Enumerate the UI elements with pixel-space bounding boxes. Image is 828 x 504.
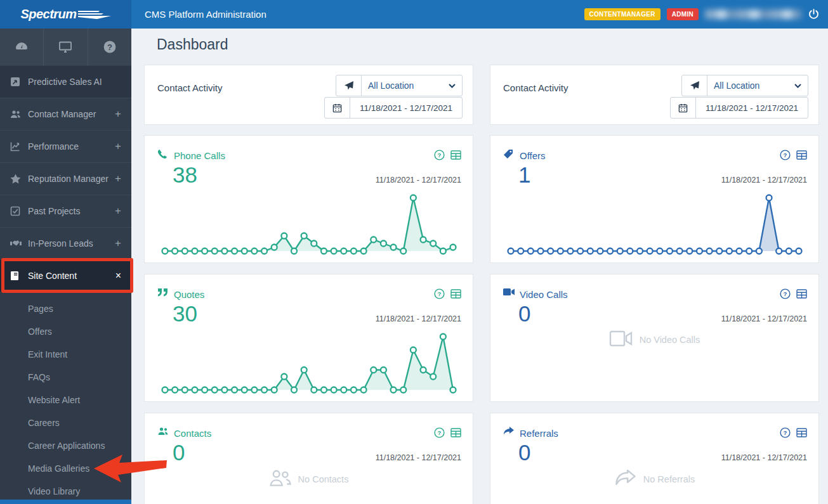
card-title: Offers bbox=[520, 150, 546, 161]
submenu-item-pages[interactable]: Pages bbox=[0, 297, 131, 320]
date-range-picker[interactable]: 11/18/2021 - 12/17/2021 bbox=[670, 97, 808, 119]
card-value: 0 bbox=[518, 441, 530, 463]
expand-plus-icon[interactable]: + bbox=[115, 172, 121, 185]
date-range-value: 11/18/2021 - 12/17/2021 bbox=[696, 98, 808, 118]
panel-title: Contact Activity bbox=[503, 82, 568, 93]
card-date-range: 11/18/2021 - 12/17/2021 bbox=[376, 314, 461, 323]
quotes-card: Quotes ? 30 11/18/2021 - 12/17/2021 bbox=[144, 274, 473, 402]
phone-calls-sparkline bbox=[160, 191, 458, 259]
card-table-icon[interactable] bbox=[450, 150, 461, 160]
contact-activity-panel-right: Contact Activity All Location 11/18/2021… bbox=[490, 65, 819, 125]
quotes-sparkline bbox=[160, 330, 458, 397]
card-table-icon[interactable] bbox=[450, 428, 461, 437]
submenu-item-offers[interactable]: Offers bbox=[0, 320, 131, 343]
sidebar-desktop-icon[interactable] bbox=[44, 29, 88, 65]
contact-activity-panel-left: Contact Activity All Location 11/18/2021… bbox=[144, 65, 473, 125]
expand-plus-icon[interactable]: + bbox=[115, 237, 121, 250]
chart-area-arrow-icon bbox=[10, 77, 28, 87]
referral-share-icon bbox=[503, 427, 514, 436]
sidebar-item-in-person-leads[interactable]: In-Person Leads + bbox=[0, 227, 131, 259]
card-title: Video Calls bbox=[520, 289, 568, 300]
location-selector[interactable]: All Location bbox=[681, 75, 808, 96]
card-help-icon[interactable]: ? bbox=[780, 427, 791, 438]
sidebar-item-label: Site Content bbox=[28, 271, 115, 281]
submenu-item-website-alert[interactable]: Website Alert bbox=[0, 389, 131, 411]
card-table-icon[interactable] bbox=[796, 150, 807, 160]
expand-plus-icon[interactable]: + bbox=[115, 205, 121, 217]
role-badge-contentmanager: CONTENTMANAGER bbox=[584, 8, 660, 20]
spectrum-logo: Spectrum bbox=[0, 0, 131, 29]
card-date-range: 11/18/2021 - 12/17/2021 bbox=[721, 314, 807, 323]
card-table-icon[interactable] bbox=[450, 289, 461, 299]
empty-state-text: No Contacts bbox=[298, 474, 349, 484]
sidebar-item-label: Performance bbox=[28, 141, 115, 152]
sidebar: ? Predictive Sales AI Contact Manager + … bbox=[0, 29, 131, 504]
svg-text:?: ? bbox=[438, 429, 442, 436]
line-chart-icon bbox=[10, 141, 28, 152]
role-badge-admin: ADMIN bbox=[667, 8, 699, 20]
sidebar-item-label: Past Projects bbox=[28, 206, 115, 216]
card-title: Phone Calls bbox=[174, 150, 225, 161]
date-range-picker[interactable]: 11/18/2021 - 12/17/2021 bbox=[324, 97, 463, 119]
date-range-value: 11/18/2021 - 12/17/2021 bbox=[350, 98, 462, 118]
empty-state-text: No Referrals bbox=[643, 474, 695, 484]
submenu-item-exit-intent[interactable]: Exit Intent bbox=[0, 343, 131, 366]
sidebar-tachometer-icon[interactable] bbox=[0, 29, 44, 65]
star-icon bbox=[10, 174, 28, 184]
card-help-icon[interactable]: ? bbox=[434, 288, 445, 299]
submenu-item-careers[interactable]: Careers bbox=[0, 411, 131, 434]
card-help-icon[interactable]: ? bbox=[434, 427, 445, 438]
card-help-icon[interactable]: ? bbox=[780, 288, 791, 299]
svg-text:?: ? bbox=[438, 152, 442, 158]
location-value: All Location bbox=[714, 81, 759, 91]
expand-plus-icon[interactable]: + bbox=[115, 108, 121, 120]
sidebar-item-label: In-Person Leads bbox=[28, 238, 115, 249]
sidebar-item-reputation-manager[interactable]: Reputation Manager + bbox=[0, 162, 131, 195]
card-table-icon[interactable] bbox=[796, 289, 807, 299]
card-title: Referrals bbox=[520, 428, 558, 439]
card-help-icon[interactable]: ? bbox=[780, 150, 791, 160]
sidebar-item-label: Contact Manager bbox=[28, 109, 115, 119]
collapse-close-icon[interactable]: × bbox=[115, 270, 121, 281]
chevron-down-icon bbox=[449, 84, 456, 88]
card-title: Contacts bbox=[174, 428, 211, 439]
sidebar-item-label: Predictive Sales AI bbox=[28, 77, 121, 87]
phone-icon bbox=[157, 149, 168, 159]
calendar-icon bbox=[325, 98, 350, 118]
card-help-icon[interactable]: ? bbox=[434, 150, 445, 160]
sidebar-item-site-content[interactable]: Site Content × bbox=[0, 259, 131, 292]
no-video-calls-icon bbox=[609, 330, 633, 349]
video-camera-icon bbox=[503, 288, 515, 296]
users-icon bbox=[10, 110, 28, 119]
submenu-item-faqs[interactable]: FAQs bbox=[0, 366, 131, 389]
tag-icon bbox=[503, 149, 513, 159]
book-icon bbox=[10, 271, 28, 281]
sidebar-item-contact-manager[interactable]: Contact Manager + bbox=[0, 98, 131, 130]
card-value: 38 bbox=[173, 164, 197, 186]
svg-text:?: ? bbox=[784, 152, 787, 158]
expand-plus-icon[interactable]: + bbox=[115, 140, 121, 153]
card-value: 1 bbox=[518, 164, 530, 186]
card-date-range: 11/18/2021 - 12/17/2021 bbox=[721, 176, 807, 184]
card-date-range: 11/18/2021 - 12/17/2021 bbox=[376, 176, 461, 184]
submenu-item-career-applications[interactable]: Career Applications bbox=[0, 434, 131, 457]
location-selector[interactable]: All Location bbox=[336, 75, 463, 96]
sidebar-item-predictive-sales-ai[interactable]: Predictive Sales AI bbox=[0, 65, 131, 98]
sidebar-help-icon[interactable]: ? bbox=[88, 29, 131, 65]
sidebar-bottom-strip bbox=[0, 500, 131, 504]
card-table-icon[interactable] bbox=[796, 428, 807, 437]
card-value: 30 bbox=[173, 302, 197, 325]
card-value: 0 bbox=[173, 441, 185, 463]
offers-sparkline bbox=[506, 191, 804, 259]
location-send-icon bbox=[682, 75, 707, 96]
check-square-icon bbox=[10, 206, 28, 216]
sidebar-item-past-projects[interactable]: Past Projects + bbox=[0, 195, 131, 227]
sidebar-item-performance[interactable]: Performance + bbox=[0, 130, 131, 162]
submenu-item-media-galleries[interactable]: Media Galleries bbox=[0, 457, 131, 480]
quote-icon bbox=[157, 288, 168, 297]
video-calls-card: Video Calls ? 0 11/18/2021 - 12/17/2021 … bbox=[490, 274, 819, 402]
sidebar-item-label: Reputation Manager bbox=[28, 174, 115, 184]
logout-power-icon[interactable] bbox=[808, 8, 820, 20]
page-title: Dashboard bbox=[157, 36, 228, 53]
site-content-submenu: Pages Offers Exit Intent FAQs Website Al… bbox=[0, 292, 131, 503]
